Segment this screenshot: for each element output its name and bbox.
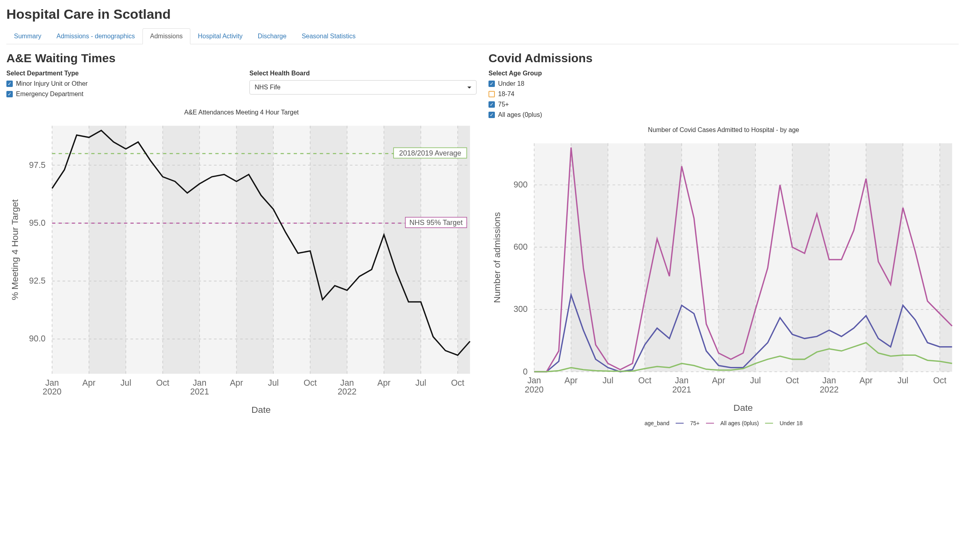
ae-chart: 90.092.595.097.5Jan2020AprJulOctJan2021A… <box>6 119 477 420</box>
svg-text:Oct: Oct <box>933 376 946 385</box>
legend-label: All ages (0plus) <box>720 420 759 426</box>
age-option-label: All ages (0plus) <box>498 111 542 118</box>
svg-text:Jul: Jul <box>750 376 761 385</box>
health-board-label: Select Health Board <box>249 70 477 77</box>
svg-rect-53 <box>940 143 952 372</box>
panel-covid-admissions: Covid Admissions Select Age Group Under … <box>488 51 959 426</box>
covid-heading: Covid Admissions <box>488 51 959 65</box>
svg-rect-48 <box>571 143 608 372</box>
svg-text:0: 0 <box>523 367 528 377</box>
legend-swatch-allages <box>706 423 714 424</box>
health-board-select[interactable]: NHS Fife <box>249 80 477 95</box>
covid-legend: age_band 75+ All ages (0plus) Under 18 <box>488 420 959 426</box>
svg-text:95.0: 95.0 <box>29 218 45 228</box>
svg-text:Jan2020: Jan2020 <box>43 378 61 397</box>
checkbox-icon <box>6 91 13 97</box>
svg-text:600: 600 <box>514 242 528 252</box>
svg-text:Jul: Jul <box>603 376 613 385</box>
checkbox-icon <box>488 112 495 118</box>
tab-admissions[interactable]: Admissions <box>142 28 190 44</box>
tab-seasonal-statistics[interactable]: Seasonal Statistics <box>294 28 363 44</box>
svg-rect-50 <box>718 143 755 372</box>
svg-text:Apr: Apr <box>564 376 577 385</box>
svg-text:Jan2020: Jan2020 <box>525 376 544 394</box>
svg-text:90.0: 90.0 <box>29 334 45 343</box>
dept-type-label: Select Department Type <box>6 70 233 77</box>
svg-rect-52 <box>866 143 903 372</box>
checkbox-icon <box>488 101 495 108</box>
dept-option-label: Emergency Department <box>16 91 83 98</box>
legend-label: Under 18 <box>779 420 803 426</box>
tab-discharge[interactable]: Discharge <box>250 28 294 44</box>
tabs: SummaryAdmissions - demographicsAdmissio… <box>6 28 959 44</box>
svg-text:Apr: Apr <box>712 376 725 385</box>
age-option-label: 75+ <box>498 101 509 108</box>
checkbox-icon <box>488 81 495 87</box>
dept-option[interactable]: Emergency Department <box>6 91 233 98</box>
svg-text:Apr: Apr <box>378 378 391 388</box>
checkbox-icon <box>488 91 495 97</box>
tab-hospital-activity[interactable]: Hospital Activity <box>190 28 250 44</box>
svg-text:NHS 95% Target: NHS 95% Target <box>409 219 463 227</box>
covid-chart: 0300600900Jan2020AprJulOctJan2021AprJulO… <box>488 137 959 418</box>
ae-chart-title: A&E Attendances Meeting 4 Hour Target <box>6 109 477 116</box>
svg-text:% Meeting 4 Hour Target: % Meeting 4 Hour Target <box>10 199 20 300</box>
svg-rect-6 <box>458 126 470 374</box>
svg-text:Date: Date <box>734 402 753 413</box>
svg-text:Oct: Oct <box>304 378 317 388</box>
svg-text:Jul: Jul <box>121 378 131 388</box>
svg-text:Oct: Oct <box>451 378 464 388</box>
svg-text:92.5: 92.5 <box>29 276 45 286</box>
age-option[interactable]: Under 18 <box>488 80 959 87</box>
svg-text:97.5: 97.5 <box>29 160 45 170</box>
svg-text:Jan2022: Jan2022 <box>338 378 356 397</box>
svg-text:Jan2021: Jan2021 <box>672 376 691 394</box>
svg-text:Number of admissions: Number of admissions <box>492 212 502 303</box>
dept-option-label: Minor Injury Unit or Other <box>16 80 88 87</box>
svg-text:Oct: Oct <box>156 378 169 388</box>
svg-text:Jul: Jul <box>415 378 426 388</box>
svg-text:Jul: Jul <box>898 376 908 385</box>
checkbox-icon <box>6 81 13 87</box>
svg-rect-2 <box>163 126 200 374</box>
ae-heading: A&E Waiting Times <box>6 51 477 65</box>
age-group-label: Select Age Group <box>488 70 959 77</box>
svg-rect-4 <box>310 126 347 374</box>
dept-option[interactable]: Minor Injury Unit or Other <box>6 80 233 87</box>
age-option[interactable]: 75+ <box>488 101 959 108</box>
svg-text:Apr: Apr <box>230 378 243 388</box>
legend-swatch-under18 <box>765 423 773 424</box>
covid-chart-title: Number of Covid Cases Admitted to Hospit… <box>488 126 959 134</box>
legend-title: age_band <box>645 420 669 426</box>
age-option-label: Under 18 <box>498 80 524 87</box>
panel-ae-waiting: A&E Waiting Times Select Department Type… <box>6 51 477 426</box>
legend-swatch-75plus <box>676 423 684 424</box>
tab-admissions-demographics[interactable]: Admissions - demographics <box>49 28 142 44</box>
svg-text:2018/2019 Average: 2018/2019 Average <box>399 149 461 157</box>
svg-text:Apr: Apr <box>859 376 872 385</box>
svg-text:Oct: Oct <box>786 376 799 385</box>
age-option[interactable]: 18-74 <box>488 91 959 98</box>
svg-rect-1 <box>89 126 126 374</box>
svg-text:Date: Date <box>251 404 271 415</box>
svg-text:900: 900 <box>514 180 528 189</box>
svg-text:Apr: Apr <box>82 378 95 388</box>
chevron-down-icon <box>467 87 471 89</box>
page-title: Hospital Care in Scotland <box>6 6 959 22</box>
svg-rect-3 <box>236 126 273 374</box>
svg-text:300: 300 <box>514 304 528 314</box>
age-option-label: 18-74 <box>498 91 514 98</box>
legend-label: 75+ <box>690 420 700 426</box>
svg-text:Jul: Jul <box>268 378 279 388</box>
health-board-value: NHS Fife <box>255 84 281 91</box>
tab-summary[interactable]: Summary <box>6 28 49 44</box>
age-option[interactable]: All ages (0plus) <box>488 111 959 118</box>
svg-text:Jan2021: Jan2021 <box>190 378 209 397</box>
svg-text:Jan2022: Jan2022 <box>820 376 838 394</box>
svg-text:Oct: Oct <box>638 376 651 385</box>
